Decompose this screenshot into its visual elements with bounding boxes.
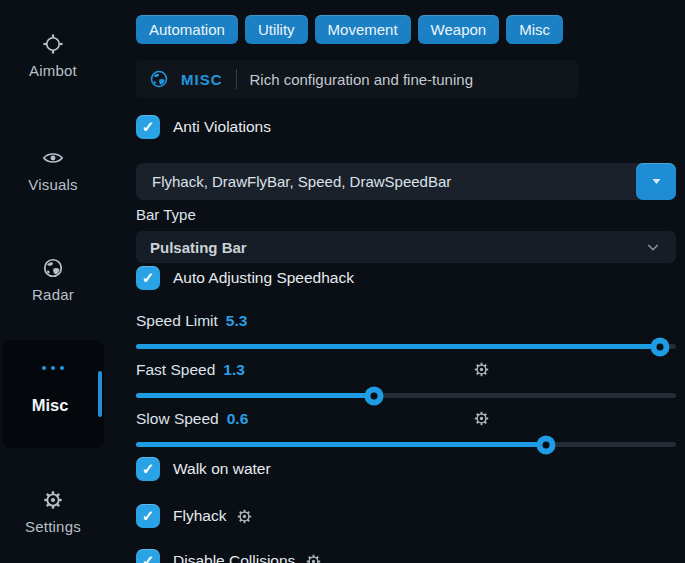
flyhack-checkbox[interactable] [136,504,160,528]
gear-icon[interactable] [473,361,490,378]
gear-icon[interactable] [305,553,322,563]
slider-label: Slow Speed [136,410,219,428]
multiselect-dropdown-button[interactable] [636,163,676,200]
tab-automation[interactable]: Automation [136,15,238,44]
sidebar-item-label: Misc [2,396,98,415]
sidebar-item-radar[interactable]: Radar [0,257,106,303]
fast-speed-slider[interactable] [136,386,676,405]
bar-type-select[interactable]: Pulsating Bar [136,231,676,263]
globe-icon [149,69,169,89]
checkbox-label: Auto Adjusting Speedhack [173,269,354,287]
section-title: MISC [181,71,223,88]
section-subtitle: Rich configuration and fine-tuning [250,71,473,88]
slider-fill [136,344,660,349]
sidebar-item-settings[interactable]: Settings [0,489,106,535]
slider-value: 5.3 [226,312,248,330]
sidebar-item-misc-selected[interactable]: Misc [2,340,104,448]
section-header: MISC Rich configuration and fine-tuning [136,60,578,98]
fast-speed-label-row: Fast Speed 1.3 [136,360,245,380]
slider-handle[interactable] [650,337,669,356]
slider-label: Fast Speed [136,361,215,379]
slider-fill [136,393,374,398]
gear-icon[interactable] [236,508,253,525]
checkbox-label: Walk on water [173,460,271,478]
cheat-menu-window: Aimbot Visuals Radar Misc Settings Autom… [0,0,685,563]
tab-utility[interactable]: Utility [245,15,308,44]
selected-indicator-bar [98,371,102,417]
checkbox-label: Disable Collisions [173,552,295,563]
disable-collisions-checkbox[interactable] [136,549,160,563]
slider-handle[interactable] [364,386,383,405]
slider-label: Speed Limit [136,312,218,330]
tab-weapon[interactable]: Weapon [418,15,500,44]
slow-speed-label-row: Slow Speed 0.6 [136,409,248,429]
walk-on-water-row: Walk on water [136,457,271,481]
speed-limit-slider[interactable] [136,337,676,356]
crosshair-icon [42,33,64,55]
misc-panel: Automation Utility Movement Weapon Misc … [136,0,685,563]
slider-value: 0.6 [227,410,249,428]
sidebar-item-label: Aimbot [29,62,77,79]
divider [236,69,237,89]
multiselect-value: Flyhack, DrawFlyBar, Speed, DrawSpeedBar [136,173,636,190]
speed-limit-label-row: Speed Limit 5.3 [136,311,247,331]
auto-adjusting-speedhack-row: Auto Adjusting Speedhack [136,266,354,290]
eye-icon [42,147,64,169]
sidebar: Aimbot Visuals Radar Misc Settings [0,0,136,563]
flyhack-row: Flyhack [136,504,253,528]
triangle-down-icon [649,174,664,189]
tab-movement[interactable]: Movement [315,15,411,44]
gear-icon [42,489,64,511]
gear-icon[interactable] [473,410,490,427]
sidebar-item-label: Settings [25,518,81,535]
disable-collisions-row: Disable Collisions [136,549,322,563]
slider-handle[interactable] [537,435,556,454]
anti-violations-checkbox[interactable] [136,115,160,139]
chevron-down-icon [645,239,661,255]
slider-fill [136,442,546,447]
bar-flags-multiselect[interactable]: Flyhack, DrawFlyBar, Speed, DrawSpeedBar [136,163,676,200]
bar-type-label: Bar Type [136,206,196,223]
checkbox-label: Flyhack [173,507,226,525]
globe-icon [42,257,64,279]
category-tabs: Automation Utility Movement Weapon Misc [136,15,563,44]
sidebar-item-label: Visuals [28,176,77,193]
sidebar-item-visuals[interactable]: Visuals [0,147,106,193]
slow-speed-slider[interactable] [136,435,676,454]
tab-misc[interactable]: Misc [506,15,563,44]
auto-adjusting-speedhack-checkbox[interactable] [136,266,160,290]
sidebar-item-label: Radar [32,286,74,303]
checkbox-label: Anti Violations [173,118,271,136]
ellipsis-icon [40,364,66,372]
slider-value: 1.3 [223,361,245,379]
sidebar-item-aimbot[interactable]: Aimbot [0,33,106,79]
select-value: Pulsating Bar [136,239,645,256]
walk-on-water-checkbox[interactable] [136,457,160,481]
anti-violations-row: Anti Violations [136,115,271,139]
